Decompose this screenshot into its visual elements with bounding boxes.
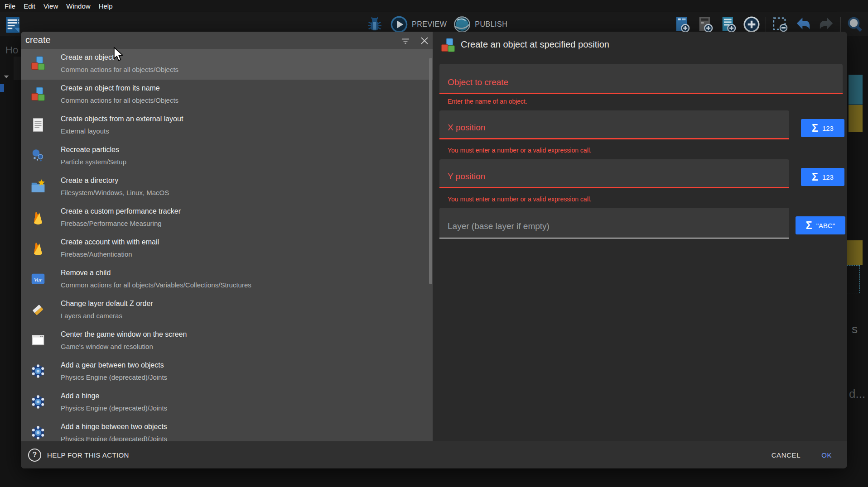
menu-item-help[interactable]: Help	[99, 2, 113, 10]
preview-button[interactable]: PREVIEW	[412, 20, 447, 29]
cancel-button[interactable]: CANCEL	[772, 451, 800, 459]
list-item[interactable]: Recreate particlesParticle system/Setup	[21, 141, 433, 172]
menu-item-file[interactable]: File	[5, 2, 15, 10]
x-expression-button[interactable]: Σ 123	[801, 119, 844, 137]
add-external-events-icon[interactable]	[696, 15, 714, 33]
menu-item-window[interactable]: Window	[66, 2, 90, 10]
list-item[interactable]: Add a gear between two objectsPhysics En…	[21, 357, 433, 387]
y-error-text: You must enter a number or a valid expre…	[448, 196, 592, 203]
list-item[interactable]: VarRemove a childCommon actions for all …	[21, 264, 433, 295]
menu-item-edit[interactable]: Edit	[24, 2, 35, 10]
add-scene-icon[interactable]	[673, 15, 691, 33]
help-button[interactable]: ? HELP FOR THIS ACTION	[28, 449, 129, 462]
firebase-icon	[30, 240, 46, 256]
list-item[interactable]: Create account with with emailFirebase/A…	[21, 234, 433, 264]
filter-icon[interactable]	[400, 36, 410, 46]
ok-button[interactable]: OK	[821, 451, 832, 459]
list-item-title: Create an object from its name	[61, 84, 160, 92]
list-item[interactable]: Create an objectCommon actions for all o…	[21, 49, 433, 80]
list-item[interactable]: Add a hinge between two objectsPhysics E…	[21, 418, 433, 441]
chevron-down-icon[interactable]	[3, 73, 10, 81]
search-icon[interactable]	[846, 15, 864, 33]
action-search-pane: create Create an objectCommon actions fo…	[21, 32, 433, 468]
background-letter: d...	[849, 387, 865, 401]
undo-icon[interactable]	[794, 15, 812, 33]
list-item-title: Create an object	[61, 53, 114, 62]
instruction-editor-dialog: create Create an objectCommon actions fo…	[21, 32, 847, 468]
cubes-icon	[440, 37, 456, 53]
list-item-subtitle: Physics Engine (deprecated)/Joints	[61, 373, 167, 381]
list-item[interactable]: Center the game window on the screenGame…	[21, 326, 433, 357]
list-item-subtitle: Layers and cameras	[61, 312, 122, 320]
layer-expression-button-label: "ABC"	[816, 222, 835, 229]
sigma-icon: Σ	[812, 172, 818, 182]
publish-icon[interactable]	[453, 15, 471, 33]
list-item-subtitle: Physics Engine (deprecated)/Joints	[61, 435, 167, 441]
firebase-icon	[30, 209, 46, 225]
toolbar-center: PREVIEW PUBLISH	[366, 15, 507, 33]
search-header: create	[21, 32, 433, 49]
list-item-title: Add a hinge between two objects	[61, 423, 167, 431]
home-tab-label: Ho	[5, 44, 18, 56]
list-item[interactable]: Create an object from its nameCommon act…	[21, 80, 433, 110]
list-item-subtitle: Common actions for all objects/Objects	[61, 96, 178, 104]
add-extension-icon[interactable]	[743, 15, 761, 33]
menu-item-view[interactable]: View	[43, 2, 58, 10]
list-item[interactable]: Create a directoryFilesystem/Windows, Li…	[21, 172, 433, 203]
close-icon[interactable]	[420, 36, 429, 46]
gear-icon	[30, 363, 46, 379]
redo-icon	[817, 15, 835, 33]
dialog-footer: ? HELP FOR THIS ACTION CANCEL OK	[21, 441, 847, 468]
background-blue-fragment	[0, 84, 4, 92]
background-teal-block	[849, 75, 863, 105]
list-item-title: Create a custom performance tracker	[61, 207, 181, 215]
y-expression-button-label: 123	[822, 173, 834, 181]
object-error-text: Enter the name of an object.	[448, 98, 527, 105]
layer-expression-button[interactable]: Σ "ABC"	[796, 216, 845, 234]
sigma-icon: Σ	[812, 123, 818, 134]
window-icon	[30, 332, 46, 349]
deselect-icon[interactable]	[771, 15, 789, 33]
list-item[interactable]: Create objects from an external layoutEx…	[21, 110, 433, 141]
gear-icon	[30, 394, 46, 410]
x-position-field[interactable]: X position	[439, 110, 789, 139]
x-position-placeholder: X position	[448, 123, 485, 133]
publish-button[interactable]: PUBLISH	[475, 20, 507, 29]
y-position-field[interactable]: Y position	[439, 159, 789, 188]
cubes-icon	[30, 86, 46, 102]
menu-bar: FileEditViewWindowHelp	[0, 0, 868, 12]
sigma-icon: Σ	[806, 220, 812, 231]
background-letter: s	[852, 322, 858, 336]
list-item[interactable]: Create a custom performance trackerFireb…	[21, 203, 433, 234]
layer-placeholder: Layer (base layer if empty)	[448, 221, 550, 231]
list-item-subtitle: Filesystem/Windows, Linux, MacOS	[61, 189, 169, 196]
list-item-title: Add a hinge	[61, 392, 99, 400]
list-item-title: Create a directory	[61, 177, 118, 185]
eraser-icon	[30, 301, 46, 318]
folder-icon	[30, 178, 46, 195]
object-to-create-field[interactable]: Object to create	[439, 64, 843, 94]
toolbar-separator	[766, 17, 766, 32]
project-manager-icon[interactable]	[4, 15, 23, 34]
list-item[interactable]: Change layer default Z orderLayers and c…	[21, 295, 433, 326]
list-item-title: Create objects from an external layout	[61, 115, 183, 123]
app-root: { "menu_bar": { "items": ["File", "Edit"…	[0, 0, 868, 487]
list-item-subtitle: Firebase/Performance Measuring	[61, 220, 162, 227]
dialog-actions: CANCEL OK	[772, 451, 832, 459]
y-expression-button[interactable]: Σ 123	[801, 168, 844, 186]
list-scrollbar[interactable]	[429, 58, 432, 284]
document-icon	[30, 117, 46, 133]
action-title: Create an object at specified position	[461, 39, 609, 50]
toolbar-right	[673, 15, 864, 33]
search-input[interactable]: create	[25, 35, 51, 45]
cubes-icon	[30, 55, 46, 72]
help-icon: ?	[28, 449, 41, 462]
preview-icon[interactable]	[390, 15, 408, 33]
toolbar-separator	[840, 17, 841, 32]
list-item-title: Add a gear between two objects	[61, 361, 164, 369]
layer-field[interactable]: Layer (base layer if empty)	[439, 208, 789, 239]
object-to-create-placeholder: Object to create	[448, 77, 508, 87]
list-item[interactable]: Add a hingePhysics Engine (deprecated)/J…	[21, 387, 433, 418]
debug-icon[interactable]	[366, 15, 384, 33]
add-external-layout-icon[interactable]	[719, 15, 738, 33]
